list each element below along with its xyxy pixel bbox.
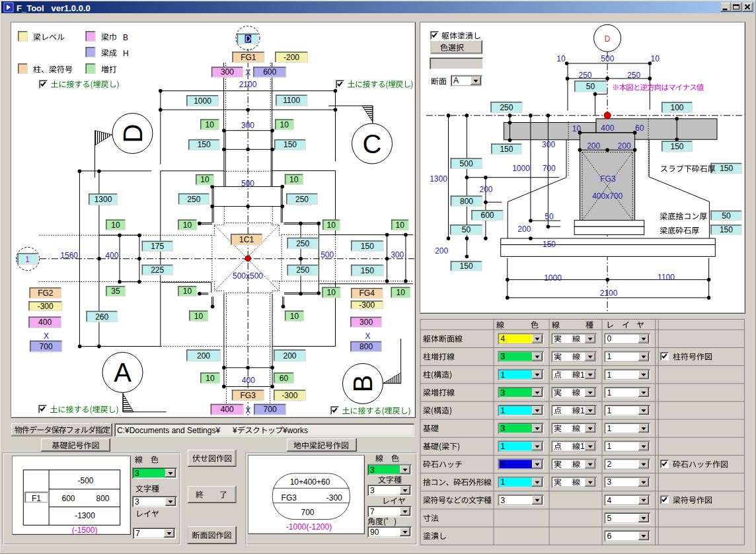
svg-text:500: 500 bbox=[601, 54, 614, 63]
svg-text:150: 150 bbox=[543, 240, 556, 249]
svg-text:150: 150 bbox=[460, 261, 473, 271]
svg-text:10: 10 bbox=[396, 221, 405, 230]
svg-text:3: 3 bbox=[501, 388, 506, 398]
svg-text:150: 150 bbox=[361, 266, 374, 275]
svg-text:2: 2 bbox=[607, 460, 611, 469]
svg-text:B: B bbox=[348, 375, 377, 393]
svg-text:1: 1 bbox=[501, 370, 506, 380]
svg-text:4: 4 bbox=[501, 334, 506, 343]
svg-text:6: 6 bbox=[607, 532, 611, 541]
svg-text:100: 100 bbox=[670, 103, 683, 112]
svg-text:300: 300 bbox=[359, 318, 373, 327]
svg-text:200: 200 bbox=[587, 141, 600, 151]
svg-text:500: 500 bbox=[460, 159, 473, 168]
svg-text:200: 200 bbox=[283, 351, 296, 361]
svg-text:FG3: FG3 bbox=[282, 493, 297, 502]
svg-text:700: 700 bbox=[40, 342, 53, 351]
svg-text:3: 3 bbox=[370, 466, 375, 475]
svg-text:250: 250 bbox=[295, 195, 309, 204]
svg-text:500x500: 500x500 bbox=[233, 271, 263, 281]
svg-text:1000: 1000 bbox=[512, 164, 530, 173]
svg-text:400: 400 bbox=[105, 251, 118, 260]
svg-text:250: 250 bbox=[296, 239, 309, 248]
svg-text:3: 3 bbox=[135, 497, 139, 506]
svg-text:X: X bbox=[365, 331, 370, 341]
svg-text:10: 10 bbox=[397, 288, 406, 297]
svg-text:D: D bbox=[118, 124, 147, 143]
svg-text:10: 10 bbox=[183, 221, 192, 230]
svg-text:10: 10 bbox=[327, 288, 336, 297]
svg-text:700: 700 bbox=[264, 405, 277, 414]
svg-text:1: 1 bbox=[607, 352, 611, 361]
svg-text:10: 10 bbox=[327, 221, 336, 230]
svg-text:FG2: FG2 bbox=[38, 289, 54, 298]
svg-text:600: 600 bbox=[263, 67, 276, 77]
svg-text:10: 10 bbox=[206, 374, 215, 383]
svg-text:500: 500 bbox=[321, 250, 334, 260]
svg-text:200: 200 bbox=[618, 141, 631, 151]
svg-text:-300: -300 bbox=[326, 493, 342, 502]
svg-text:X: X bbox=[245, 406, 250, 415]
svg-text:225: 225 bbox=[151, 265, 164, 275]
svg-text:10: 10 bbox=[200, 175, 209, 184]
svg-text:250: 250 bbox=[627, 71, 640, 80]
svg-text:10: 10 bbox=[183, 287, 192, 296]
svg-text:1: 1 bbox=[607, 388, 611, 398]
svg-text:D: D bbox=[605, 34, 611, 44]
svg-text:1: 1 bbox=[501, 442, 506, 451]
svg-text:400: 400 bbox=[601, 123, 614, 133]
svg-text:4: 4 bbox=[607, 496, 611, 505]
svg-text:500: 500 bbox=[241, 179, 254, 188]
svg-text:50: 50 bbox=[722, 211, 731, 221]
svg-text:1: 1 bbox=[607, 442, 611, 451]
svg-text:FG4: FG4 bbox=[359, 289, 375, 298]
svg-text:1300: 1300 bbox=[94, 195, 112, 204]
svg-text:X: X bbox=[44, 331, 49, 341]
svg-text:F1: F1 bbox=[32, 494, 41, 503]
svg-text:2100: 2100 bbox=[239, 80, 257, 89]
svg-text:150: 150 bbox=[284, 140, 297, 149]
svg-text:A: A bbox=[114, 358, 132, 387]
svg-text:-500: -500 bbox=[77, 476, 93, 485]
svg-text:300: 300 bbox=[391, 250, 404, 260]
svg-text:200: 200 bbox=[517, 225, 531, 234]
svg-text:D: D bbox=[245, 34, 251, 44]
svg-text:1000: 1000 bbox=[194, 96, 211, 106]
svg-text:¥: ¥ bbox=[232, 426, 237, 435]
svg-text:1: 1 bbox=[580, 406, 585, 415]
svg-text:3: 3 bbox=[501, 496, 506, 505]
svg-text:0: 0 bbox=[607, 334, 611, 343]
svg-text:H: H bbox=[123, 49, 129, 58]
svg-text:50: 50 bbox=[586, 82, 595, 91]
svg-text:250: 250 bbox=[296, 265, 309, 275]
svg-text:60: 60 bbox=[280, 374, 289, 383]
svg-text:60: 60 bbox=[635, 123, 644, 133]
svg-text:260: 260 bbox=[95, 312, 108, 322]
svg-text:10: 10 bbox=[572, 124, 582, 133]
svg-text:1C1: 1C1 bbox=[239, 235, 254, 244]
svg-text:150: 150 bbox=[720, 164, 733, 173]
svg-text:¥works: ¥works bbox=[282, 426, 308, 435]
svg-text:(-1500): (-1500) bbox=[72, 526, 98, 535]
svg-text:700: 700 bbox=[301, 508, 314, 517]
svg-text:1000: 1000 bbox=[544, 273, 562, 283]
svg-text:1560: 1560 bbox=[60, 251, 78, 260]
svg-text:800: 800 bbox=[460, 197, 473, 206]
svg-text:1: 1 bbox=[607, 424, 611, 433]
svg-text:1: 1 bbox=[501, 477, 506, 487]
svg-text:10: 10 bbox=[280, 120, 289, 129]
svg-text:35: 35 bbox=[111, 287, 120, 296]
svg-text:FG3: FG3 bbox=[241, 391, 256, 400]
svg-text:400: 400 bbox=[38, 318, 52, 327]
svg-text:FG1: FG1 bbox=[241, 53, 256, 62]
svg-text:-1300: -1300 bbox=[75, 511, 95, 520]
svg-text:300: 300 bbox=[221, 67, 234, 77]
svg-text:7: 7 bbox=[135, 529, 140, 538]
svg-text:150: 150 bbox=[198, 140, 211, 149]
svg-text:1: 1 bbox=[25, 255, 30, 264]
svg-text:150: 150 bbox=[361, 242, 374, 251]
svg-text:400: 400 bbox=[221, 405, 234, 414]
svg-text:150: 150 bbox=[670, 142, 683, 151]
svg-text:A: A bbox=[453, 76, 459, 85]
svg-text:200: 200 bbox=[479, 185, 492, 194]
